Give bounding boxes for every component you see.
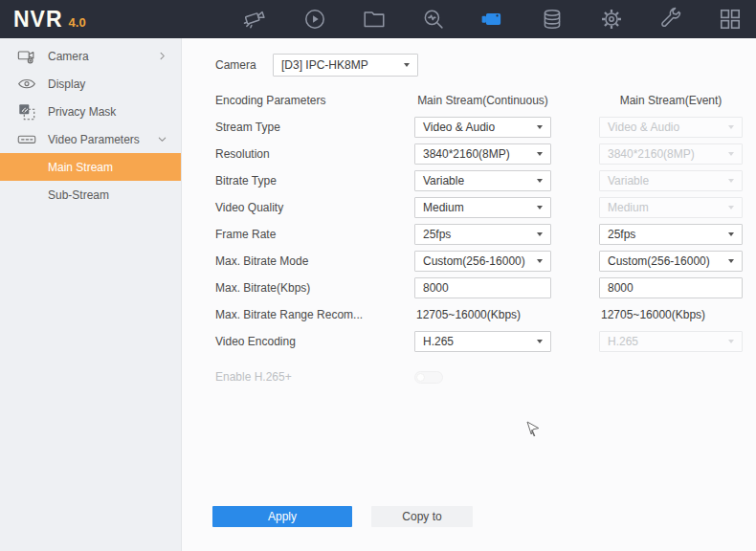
brand-name: NVR: [13, 7, 63, 33]
video-encoding-event-select: H.265: [599, 331, 743, 352]
select-value: Video & Audio: [608, 121, 679, 134]
video-recording-icon[interactable]: [480, 7, 505, 32]
row-stream-type: Stream Type Video & Audio Video & Audio: [215, 117, 756, 138]
select-value: Video & Audio: [423, 121, 495, 134]
caret-down-icon: [537, 232, 543, 236]
mouse-cursor: [526, 421, 540, 441]
max-bitrate-mode-event-select[interactable]: Custom(256-16000): [599, 251, 743, 272]
camera-selector-row: Camera [D3] IPC-HK8MP: [215, 54, 756, 77]
caret-down-icon: [728, 259, 734, 263]
stream-type-continuous-select[interactable]: Video & Audio: [414, 117, 551, 138]
row-label: Stream Type: [215, 121, 414, 134]
sidebar-item-label: Camera: [48, 50, 89, 63]
sidebar-item-main-stream[interactable]: Main Stream: [0, 153, 181, 181]
storage-icon[interactable]: [540, 7, 565, 32]
eye-icon: [17, 74, 38, 95]
caret-down-icon: [537, 206, 543, 209]
playback-icon[interactable]: [302, 7, 327, 32]
max-bitrate-event-input[interactable]: [599, 277, 743, 298]
live-view-icon[interactable]: [243, 7, 268, 32]
row-bitrate-type: Bitrate Type Variable Variable: [215, 170, 756, 191]
top-bar: NVR 4.0: [0, 0, 756, 38]
caret-down-icon: [537, 125, 543, 129]
max-bitrate-continuous-input[interactable]: [414, 277, 551, 298]
sidebar-item-label: Display: [48, 77, 85, 91]
row-label: Max. Bitrate Mode: [215, 254, 414, 268]
caret-down-icon: [728, 206, 734, 209]
caret-down-icon: [728, 179, 734, 183]
bitrate-type-continuous-select[interactable]: Variable: [414, 170, 551, 191]
caret-down-icon: [404, 63, 410, 67]
row-label: Max. Bitrate(Kbps): [215, 281, 414, 295]
sidebar-subitem-label: Main Stream: [48, 161, 113, 174]
row-max-bitrate: Max. Bitrate(Kbps): [215, 277, 756, 298]
encoding-header-row: Encoding Parameters Main Stream(Continuo…: [215, 90, 756, 111]
select-value: 25fps: [608, 228, 635, 241]
caret-down-icon: [728, 152, 734, 156]
row-video-encoding: Video Encoding H.265 H.265: [215, 331, 756, 352]
app-logo: NVR 4.0: [0, 7, 86, 33]
sidebar-item-label: Privacy Mask: [48, 105, 116, 119]
apply-button[interactable]: Apply: [212, 506, 352, 527]
camera-select-value: [D3] IPC-HK8MP: [281, 58, 368, 72]
video-encoding-continuous-select[interactable]: H.265: [414, 331, 551, 352]
caret-down-icon: [537, 259, 543, 263]
select-value: Variable: [608, 174, 649, 187]
video-quality-continuous-select[interactable]: Medium: [414, 197, 551, 218]
select-value: H.265: [608, 335, 638, 348]
main-content: Camera [D3] IPC-HK8MP Encoding Parameter…: [182, 38, 756, 551]
system-config-icon[interactable]: [599, 7, 624, 32]
resolution-event-select: 3840*2160(8MP): [599, 143, 743, 165]
caret-down-icon: [728, 125, 734, 129]
sidebar-item-sub-stream[interactable]: Sub-Stream: [0, 181, 181, 209]
select-value: Custom(256-16000): [608, 254, 710, 268]
switch-panel-icon[interactable]: [718, 7, 743, 32]
row-resolution: Resolution 3840*2160(8MP) 3840*2160(8MP): [215, 143, 756, 165]
row-label: Video Encoding: [215, 335, 414, 348]
bitrate-type-event-select: Variable: [599, 170, 743, 191]
video-parameters-icon: [17, 129, 38, 150]
camera-select[interactable]: [D3] IPC-HK8MP: [273, 54, 418, 77]
caret-down-icon: [537, 179, 543, 183]
section-title: Encoding Parameters: [215, 94, 414, 107]
caret-down-icon: [537, 152, 543, 156]
file-management-icon[interactable]: [362, 7, 387, 32]
chevron-right-icon: [157, 51, 167, 61]
row-video-quality: Video Quality Medium Medium: [215, 197, 756, 218]
row-label: Resolution: [215, 147, 414, 161]
brand-version: 4.0: [69, 15, 86, 30]
row-max-bitrate-mode: Max. Bitrate Mode Custom(256-16000) Cust…: [215, 251, 756, 272]
main-nav: [243, 7, 756, 32]
row-label: Frame Rate: [215, 228, 414, 241]
camera-icon: [17, 46, 38, 67]
sidebar-item-label: Video Parameters: [48, 133, 140, 146]
column-header-event: Main Stream(Event): [599, 94, 743, 107]
frame-rate-continuous-select[interactable]: 25fps: [414, 224, 551, 245]
resolution-continuous-select[interactable]: 3840*2160(8MP): [414, 143, 551, 165]
row-label: Video Quality: [215, 201, 414, 214]
row-frame-rate: Frame Rate 25fps 25fps: [215, 224, 756, 245]
action-buttons: Apply Copy to: [212, 506, 473, 527]
sidebar-item-privacy-mask[interactable]: Privacy Mask: [0, 98, 181, 125]
sidebar-item-video-parameters[interactable]: Video Parameters: [0, 125, 181, 153]
sidebar-item-camera[interactable]: Camera: [0, 42, 181, 70]
select-value: Medium: [608, 201, 649, 214]
toggle-knob: [416, 373, 425, 382]
caret-down-icon: [537, 340, 543, 343]
caret-down-icon: [728, 232, 734, 236]
copy-to-button[interactable]: Copy to: [371, 506, 473, 527]
row-label: Max. Bitrate Range Recom...: [215, 308, 414, 321]
select-value: 25fps: [423, 228, 451, 241]
stream-type-event-select: Video & Audio: [599, 117, 743, 138]
caret-down-icon: [728, 340, 734, 343]
max-bitrate-mode-continuous-select[interactable]: Custom(256-16000): [414, 251, 551, 272]
frame-rate-event-select[interactable]: 25fps: [599, 224, 743, 245]
privacy-mask-icon: [17, 101, 38, 122]
sidebar-item-display[interactable]: Display: [0, 70, 181, 98]
smart-analysis-icon[interactable]: [421, 7, 446, 32]
maintenance-icon[interactable]: [658, 7, 683, 32]
camera-label: Camera: [215, 58, 273, 72]
row-label: Bitrate Type: [215, 174, 414, 187]
video-quality-event-select: Medium: [599, 197, 743, 218]
sidebar-subitem-label: Sub-Stream: [48, 188, 109, 202]
